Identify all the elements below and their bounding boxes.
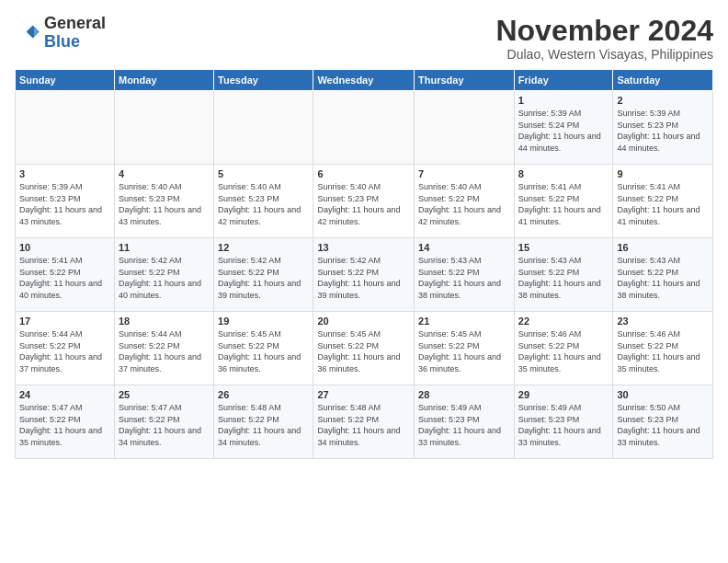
calendar-cell: 12Sunrise: 5:42 AM Sunset: 5:22 PM Dayli… [214, 238, 313, 312]
calendar-table: SundayMondayTuesdayWednesdayThursdayFrid… [15, 69, 713, 459]
day-number: 14 [418, 242, 510, 253]
day-number: 26 [218, 389, 309, 400]
day-info: Sunrise: 5:41 AM Sunset: 5:22 PM Dayligh… [617, 181, 709, 227]
page-header: General Blue November 2024 Dulao, Wester… [15, 15, 713, 62]
header-saturday: Saturday [613, 70, 713, 91]
calendar-cell: 25Sunrise: 5:47 AM Sunset: 5:22 PM Dayli… [114, 385, 213, 459]
day-info: Sunrise: 5:48 AM Sunset: 5:22 PM Dayligh… [317, 402, 410, 448]
calendar-cell: 22Sunrise: 5:46 AM Sunset: 5:22 PM Dayli… [514, 312, 613, 385]
header-monday: Monday [114, 70, 213, 91]
logo-text: General Blue [44, 15, 106, 52]
calendar-cell: 21Sunrise: 5:45 AM Sunset: 5:22 PM Dayli… [415, 312, 515, 385]
day-info: Sunrise: 5:40 AM Sunset: 5:22 PM Dayligh… [418, 181, 510, 227]
day-number: 29 [518, 389, 609, 400]
calendar-cell [16, 91, 115, 165]
day-number: 28 [418, 389, 510, 400]
day-info: Sunrise: 5:46 AM Sunset: 5:22 PM Dayligh… [617, 328, 709, 374]
calendar-cell: 6Sunrise: 5:40 AM Sunset: 5:23 PM Daylig… [313, 165, 415, 238]
header-friday: Friday [514, 70, 613, 91]
day-number: 4 [119, 168, 210, 179]
calendar-cell: 8Sunrise: 5:41 AM Sunset: 5:22 PM Daylig… [514, 165, 613, 238]
day-number: 19 [218, 316, 309, 327]
calendar-cell: 14Sunrise: 5:43 AM Sunset: 5:22 PM Dayli… [415, 238, 515, 312]
calendar-cell: 20Sunrise: 5:45 AM Sunset: 5:22 PM Dayli… [313, 312, 415, 385]
day-number: 17 [19, 316, 110, 327]
day-number: 27 [317, 389, 410, 400]
day-info: Sunrise: 5:49 AM Sunset: 5:23 PM Dayligh… [518, 402, 609, 448]
header-thursday: Thursday [415, 70, 515, 91]
day-number: 3 [19, 168, 110, 179]
day-info: Sunrise: 5:40 AM Sunset: 5:23 PM Dayligh… [218, 181, 309, 227]
calendar-cell: 13Sunrise: 5:42 AM Sunset: 5:22 PM Dayli… [313, 238, 415, 312]
day-info: Sunrise: 5:44 AM Sunset: 5:22 PM Dayligh… [119, 328, 210, 374]
day-number: 12 [218, 242, 309, 253]
calendar-cell [114, 91, 213, 165]
day-info: Sunrise: 5:43 AM Sunset: 5:22 PM Dayligh… [617, 255, 709, 301]
day-info: Sunrise: 5:42 AM Sunset: 5:22 PM Dayligh… [119, 255, 210, 301]
calendar-cell: 7Sunrise: 5:40 AM Sunset: 5:22 PM Daylig… [415, 165, 515, 238]
calendar-cell: 18Sunrise: 5:44 AM Sunset: 5:22 PM Dayli… [114, 312, 213, 385]
header-tuesday: Tuesday [214, 70, 313, 91]
header-wednesday: Wednesday [313, 70, 415, 91]
day-number: 22 [518, 316, 609, 327]
logo-icon [15, 20, 40, 46]
calendar-cell: 29Sunrise: 5:49 AM Sunset: 5:23 PM Dayli… [514, 385, 613, 459]
day-number: 8 [518, 168, 609, 179]
day-number: 24 [19, 389, 110, 400]
calendar-cell: 28Sunrise: 5:49 AM Sunset: 5:23 PM Dayli… [415, 385, 515, 459]
header-sunday: Sunday [16, 70, 115, 91]
calendar-cell [415, 91, 515, 165]
day-number: 25 [119, 389, 210, 400]
day-info: Sunrise: 5:46 AM Sunset: 5:22 PM Dayligh… [518, 328, 609, 374]
calendar-week-1: 1Sunrise: 5:39 AM Sunset: 5:24 PM Daylig… [16, 91, 713, 165]
day-info: Sunrise: 5:39 AM Sunset: 5:23 PM Dayligh… [617, 108, 709, 154]
calendar-cell: 9Sunrise: 5:41 AM Sunset: 5:22 PM Daylig… [613, 165, 713, 238]
day-number: 5 [218, 168, 309, 179]
calendar-week-2: 3Sunrise: 5:39 AM Sunset: 5:23 PM Daylig… [16, 165, 713, 238]
day-number: 18 [119, 316, 210, 327]
calendar-cell: 2Sunrise: 5:39 AM Sunset: 5:23 PM Daylig… [613, 91, 713, 165]
calendar-cell: 27Sunrise: 5:48 AM Sunset: 5:22 PM Dayli… [313, 385, 415, 459]
day-number: 9 [617, 168, 709, 179]
day-number: 30 [617, 389, 709, 400]
day-info: Sunrise: 5:45 AM Sunset: 5:22 PM Dayligh… [418, 328, 510, 374]
calendar-week-5: 24Sunrise: 5:47 AM Sunset: 5:22 PM Dayli… [16, 385, 713, 459]
day-number: 15 [518, 242, 609, 253]
day-info: Sunrise: 5:43 AM Sunset: 5:22 PM Dayligh… [418, 255, 510, 301]
day-number: 13 [317, 242, 410, 253]
day-info: Sunrise: 5:41 AM Sunset: 5:22 PM Dayligh… [19, 255, 110, 301]
day-number: 20 [317, 316, 410, 327]
day-info: Sunrise: 5:42 AM Sunset: 5:22 PM Dayligh… [218, 255, 309, 301]
day-info: Sunrise: 5:43 AM Sunset: 5:22 PM Dayligh… [518, 255, 609, 301]
day-number: 6 [317, 168, 410, 179]
calendar-cell: 5Sunrise: 5:40 AM Sunset: 5:23 PM Daylig… [214, 165, 313, 238]
calendar-cell [214, 91, 313, 165]
calendar-cell: 15Sunrise: 5:43 AM Sunset: 5:22 PM Dayli… [514, 238, 613, 312]
day-info: Sunrise: 5:44 AM Sunset: 5:22 PM Dayligh… [19, 328, 110, 374]
calendar-cell: 17Sunrise: 5:44 AM Sunset: 5:22 PM Dayli… [16, 312, 115, 385]
calendar-cell: 26Sunrise: 5:48 AM Sunset: 5:22 PM Dayli… [214, 385, 313, 459]
svg-marker-1 [34, 27, 40, 37]
day-info: Sunrise: 5:45 AM Sunset: 5:22 PM Dayligh… [218, 328, 309, 374]
day-info: Sunrise: 5:47 AM Sunset: 5:22 PM Dayligh… [119, 402, 210, 448]
day-number: 11 [119, 242, 210, 253]
month-title: November 2024 [495, 15, 713, 47]
day-info: Sunrise: 5:45 AM Sunset: 5:22 PM Dayligh… [317, 328, 410, 374]
calendar-week-3: 10Sunrise: 5:41 AM Sunset: 5:22 PM Dayli… [16, 238, 713, 312]
day-number: 1 [518, 95, 609, 106]
calendar-cell: 24Sunrise: 5:47 AM Sunset: 5:22 PM Dayli… [16, 385, 115, 459]
calendar-cell: 4Sunrise: 5:40 AM Sunset: 5:23 PM Daylig… [114, 165, 213, 238]
day-number: 7 [418, 168, 510, 179]
day-number: 2 [617, 95, 709, 106]
day-number: 23 [617, 316, 709, 327]
logo: General Blue [15, 15, 106, 52]
calendar-cell: 3Sunrise: 5:39 AM Sunset: 5:23 PM Daylig… [16, 165, 115, 238]
day-info: Sunrise: 5:41 AM Sunset: 5:22 PM Dayligh… [518, 181, 609, 227]
day-info: Sunrise: 5:40 AM Sunset: 5:23 PM Dayligh… [119, 181, 210, 227]
day-number: 21 [418, 316, 510, 327]
day-info: Sunrise: 5:39 AM Sunset: 5:23 PM Dayligh… [19, 181, 110, 227]
day-info: Sunrise: 5:42 AM Sunset: 5:22 PM Dayligh… [317, 255, 410, 301]
calendar-cell: 30Sunrise: 5:50 AM Sunset: 5:23 PM Dayli… [613, 385, 713, 459]
day-info: Sunrise: 5:49 AM Sunset: 5:23 PM Dayligh… [418, 402, 510, 448]
calendar-cell: 19Sunrise: 5:45 AM Sunset: 5:22 PM Dayli… [214, 312, 313, 385]
